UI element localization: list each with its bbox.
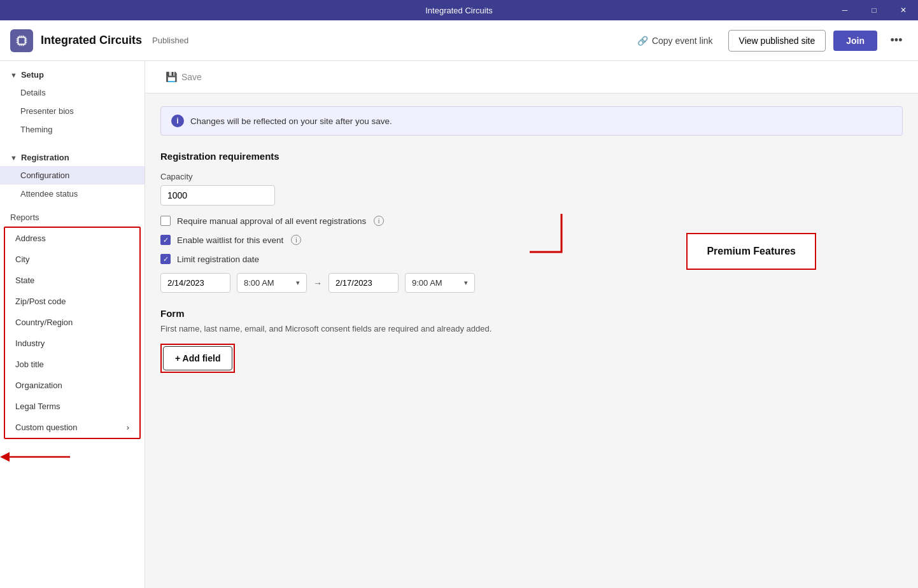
- premium-features-box: Premium Features: [686, 233, 816, 270]
- sidebar-item-details[interactable]: Details: [0, 83, 145, 102]
- form-section-title: Form: [160, 308, 903, 319]
- toolbar: 💾 Save: [145, 61, 918, 94]
- sidebar-item-attendee-status[interactable]: Attendee status: [0, 185, 145, 203]
- add-field-button[interactable]: + Add field: [163, 346, 232, 370]
- content-body: i Changes will be reflected on your site…: [145, 94, 918, 386]
- minimize-button[interactable]: ─: [830, 0, 859, 20]
- main-layout: ▼ Setup Details Presenter bios Theming ▼…: [0, 61, 918, 588]
- app-header: Integrated Circuits Published 🔗 Copy eve…: [0, 20, 918, 61]
- start-time-select[interactable]: 8:00 AM ▾: [237, 273, 307, 293]
- sidebar-item-reports[interactable]: Reports: [0, 208, 145, 227]
- sidebar-field-country[interactable]: Country/Region: [5, 312, 139, 333]
- window-controls: ─ □ ✕: [830, 0, 918, 20]
- app-name: Integrated Circuits: [41, 34, 142, 47]
- sidebar-field-city[interactable]: City: [5, 249, 139, 270]
- copy-event-link-button[interactable]: 🔗 Copy event link: [630, 32, 721, 50]
- end-date-input[interactable]: [328, 273, 399, 293]
- limit-date-checkbox[interactable]: ✓: [160, 254, 171, 264]
- sidebar-item-presenter-bios[interactable]: Presenter bios: [0, 102, 145, 120]
- content-area: 💾 Save i Changes will be reflected on yo…: [145, 61, 918, 588]
- more-options-button[interactable]: •••: [885, 29, 908, 52]
- start-date-input[interactable]: [160, 273, 230, 293]
- chevron-right-icon: ›: [127, 423, 129, 432]
- close-button[interactable]: ✕: [889, 0, 918, 20]
- enable-waitlist-checkbox[interactable]: ✓: [160, 235, 171, 245]
- setup-group-header[interactable]: ▼ Setup: [0, 66, 145, 83]
- setup-section: ▼ Setup Details Presenter bios Theming: [0, 61, 145, 144]
- capacity-label: Capacity: [160, 172, 903, 181]
- join-button[interactable]: Join: [833, 31, 877, 51]
- maximize-button[interactable]: □: [859, 0, 889, 20]
- sidebar-field-custom-question[interactable]: Custom question ›: [5, 417, 139, 438]
- sidebar-field-state[interactable]: State: [5, 270, 139, 291]
- date-row: 8:00 AM ▾ → 9:00 AM ▾: [160, 273, 903, 293]
- sidebar-field-industry[interactable]: Industry: [5, 333, 139, 354]
- published-status: Published: [152, 36, 188, 45]
- capacity-input[interactable]: [160, 185, 275, 206]
- sidebar-field-legal-terms[interactable]: Legal Terms: [5, 396, 139, 417]
- sidebar: ▼ Setup Details Presenter bios Theming ▼…: [0, 61, 145, 588]
- info-banner: i Changes will be reflected on your site…: [160, 106, 903, 136]
- chevron-down-icon-3: ▾: [296, 279, 300, 287]
- sidebar-item-configuration[interactable]: Configuration: [0, 166, 145, 185]
- window-title: Integrated Circuits: [425, 6, 493, 15]
- form-description: First name, last name, email, and Micros…: [160, 324, 903, 333]
- more-icon: •••: [891, 34, 903, 47]
- title-bar: Integrated Circuits ─ □ ✕: [0, 0, 918, 20]
- registration-requirements-title: Registration requirements: [160, 151, 903, 162]
- save-button[interactable]: 💾 Save: [158, 67, 209, 87]
- annotation-arrow: [0, 439, 145, 470]
- bracket-annotation: [517, 207, 568, 258]
- chevron-down-icon-4: ▾: [464, 279, 468, 287]
- end-time-select[interactable]: 9:00 AM ▾: [405, 273, 475, 293]
- save-icon: 💾: [166, 71, 178, 83]
- date-range-arrow: →: [313, 278, 322, 288]
- link-icon: 🔗: [637, 36, 648, 46]
- sidebar-field-address[interactable]: Address: [5, 228, 139, 249]
- sidebar-item-theming[interactable]: Theming: [0, 120, 145, 139]
- add-field-wrapper: + Add field: [160, 344, 235, 373]
- chevron-down-icon-2: ▼: [10, 154, 17, 162]
- require-approval-checkbox[interactable]: [160, 216, 171, 226]
- svg-rect-0: [18, 37, 25, 44]
- require-approval-info-icon[interactable]: i: [374, 216, 384, 226]
- sidebar-field-list: Address City State Zip/Post code Country…: [4, 227, 141, 439]
- sidebar-field-job-title[interactable]: Job title: [5, 354, 139, 375]
- enable-waitlist-info-icon[interactable]: i: [291, 235, 301, 245]
- app-logo: [10, 29, 33, 52]
- view-published-site-button[interactable]: View published site: [728, 30, 826, 52]
- registration-section: ▼ Registration Configuration Attendee st…: [0, 144, 145, 208]
- chevron-down-icon: ▼: [10, 71, 17, 79]
- sidebar-field-organization[interactable]: Organization: [5, 375, 139, 396]
- sidebar-field-zip[interactable]: Zip/Post code: [5, 291, 139, 312]
- registration-group-header[interactable]: ▼ Registration: [0, 149, 145, 166]
- info-icon: i: [171, 115, 184, 127]
